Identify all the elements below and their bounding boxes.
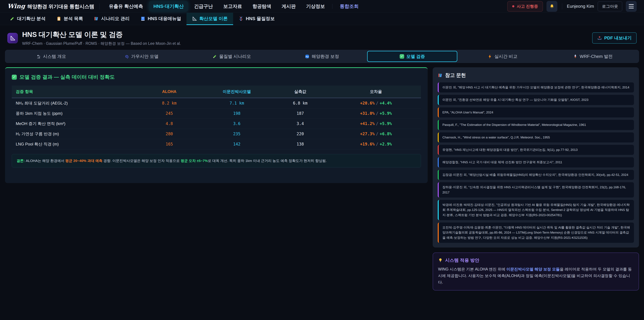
rocket-icon [573,54,578,59]
menu-button[interactable] [626,1,636,12]
notifications-button[interactable] [546,1,557,12]
error-value: +19.6%/+2.9% [331,139,421,149]
subnav-label: 시나리오 관리 [101,16,130,22]
reference-item[interactable]: 해양경찰청, "HNS 사고 국가 대비 대응 체제 선진화 방안 연구용역 최… [438,157,634,167]
model-value: 7.1 km [204,98,270,108]
tab-gaussian-model[interactable]: 가우시안 모델 [96,51,186,62]
subnav-item-dispersion-analysis[interactable]: 대기확산 분석 [4,13,51,25]
nav-item-oil-spill[interactable]: 유출유 확산예측 [104,1,148,12]
app-title: 해양환경 위기대응 통합시스템 [27,3,94,10]
system-application-title-row: 시스템 적용 방안 [438,257,634,263]
error-value: +27.3%/+6.8% [331,129,421,139]
subnav-label: HNS 대응매뉴얼 [148,16,181,22]
error-value: +31.0%/+5.9% [331,108,421,119]
reference-item[interactable]: 이문진 외, "해양 HNS 사고 시 대기확산 예측을 위한 가우시안 모델의… [438,82,634,93]
clipboard-icon [56,16,62,21]
references-title-row: 참고 문헌 [438,72,634,79]
page-subtitle: WRF-Chem · Gaussian Plume/Puff · ROMS · … [22,41,181,46]
tab-label: 물질별 시나리오 [219,54,251,59]
incident-status-badge: 사고 진행중 [507,1,543,12]
subnav-label: 확산모델 이론 [199,16,228,22]
check-icon: ✓ [400,54,404,59]
error-value: +20.6%/+4.4% [331,98,421,108]
col-header-model: 이문진박사모델 [204,86,270,98]
pen-icon [212,54,217,59]
reference-item[interactable]: 박경애·이진호·박재진·김태성·이문진, "인공위성 원격탐사 기반 AI 활용… [438,200,634,220]
model-validation-panel: ✓ 모델 검증 결과 — 실측 데이터 대비 정확도 검증 항목 ALOHA 이… [5,67,428,183]
references-list: 이문진 외, "해양 HNS 사고 시 대기확산 예측을 위한 가우시안 모델의… [438,82,634,243]
row-item-label: NH₃ 최대 도달거리 (AEGL-2) [12,98,134,108]
subnav-item-hns-substance-info[interactable]: HNS 물질정보 [233,13,280,25]
nav-item-weather[interactable]: 기상정보 [302,1,329,12]
nav-item-reports[interactable]: 보고자료 [219,1,246,12]
nav-item-hns-dispersion[interactable]: HNS·대기확산 [149,1,188,12]
subnav-item-model-theory[interactable]: 확산모델 이론 [186,13,233,25]
right-sidebar: 참고 문헌 이문진 외, "해양 HNS 사고 시 대기확산 예측을 위한 가우… [433,67,639,290]
subnav-item-analysis-list[interactable]: 분석 목록 [51,13,88,25]
references-panel: 참고 문헌 이문진 외, "해양 HNS 사고 시 대기확산 예측을 위한 가우… [433,67,639,247]
reference-item[interactable]: Charnock, H., "Wind stress on a water su… [438,132,634,142]
tab-wrf-chem-evolution[interactable]: WRF-Chem 발전 [548,51,638,62]
tab-model-validation[interactable]: ✓ 모델 검증 [367,51,457,62]
check-icon: ✓ [12,75,17,80]
system-application-body: WING 시스템은 기본 ALOHA 엔진 위에 이문진박사모델 해양 보정 모… [438,266,634,286]
tab-realtime-comparison[interactable]: 실시간 비교 [457,51,548,62]
subnav-item-hns-manual[interactable]: HNS 대응매뉴얼 [135,13,187,25]
col-header-error: 오차율 [331,86,421,98]
conclusion-label: 결론: [16,159,25,163]
books-icon [438,73,443,78]
reference-item[interactable]: 이문진 외, "친환경 선박연료 해양 유출 시 대기확산 특성 연구 — 암모… [438,95,634,105]
table-header-row: 검증 항목 ALOHA 이문진박사모델 실측값 오차율 [12,86,421,98]
nav-item-aerial-search[interactable]: 항공탐색 [248,1,276,12]
tab-label: 가우시안 모델 [131,54,158,59]
reference-item[interactable]: 장하용·이문진 외, "신속한 의사결정을 위한 HNS 사고이력관리시스템 설… [438,182,634,197]
col-header-measured: 실측값 [270,86,331,98]
logout-button[interactable]: 로그아웃 [598,2,622,11]
book-icon [140,16,146,21]
conclusion-note: 결론: ALOHA는 해양 환경에서 평균 20~40% 과대 예측 경향. 이… [12,154,421,167]
aloha-value: 8.2 km [134,98,204,108]
measured-value: 3.4 [270,119,331,129]
reference-item[interactable]: 오진덕·김주영·이득재·김용명·최훈·이문진, "다항목 HNS 데이터의 실시… [438,222,634,243]
divider [332,4,332,9]
pdf-export-button[interactable]: PDF 내보내기 [592,32,636,44]
app-logo[interactable]: Wing 해양환경 위기대응 통합시스템 [8,3,94,10]
reference-item[interactable]: EPA, "ALOHA User's Manual", 2024 [438,107,634,117]
aloha-value: 165 [134,139,204,149]
pen-icon [10,16,15,21]
subnav-label: 분석 목록 [64,16,83,22]
reference-item[interactable]: 김창겸·이문진 외, "해양산업시설 배출 위험유해물질(HNS)의 해양확산 … [438,170,634,180]
table-row: 풍하 1km 지점 농도 (ppm) 245 198 187 +31.0%/+5… [12,108,421,119]
tab-label: 실시간 비교 [494,54,518,59]
aloha-value: 4.8 [134,119,204,129]
bell-icon [550,4,554,9]
validation-table: 검증 항목 ALOHA 이문진박사모델 실측값 오차율 NH₃ 최대 도달거리 … [12,86,421,149]
table-row: H₂ 가연성 구름 반경 (m) 280 235 220 +27.3%/+6.8… [12,129,421,139]
tab-label: 해양환경 보정 [312,54,339,59]
tab-marine-correction[interactable]: 해양환경 보정 [277,51,367,62]
main-menu: 유출유 확산예측 HNS·대기확산 긴급구난 보고자료 항공탐색 게시판 기상정… [104,1,363,12]
measured-value: 187 [270,108,331,119]
nav-item-integrated-search[interactable]: 통합조회 [336,1,363,12]
nav-item-board[interactable]: 게시판 [277,1,300,12]
set-square-icon [10,35,16,41]
system-application-title: 시스템 적용 방안 [445,257,479,263]
reference-item[interactable]: Pasquill, F., "The Estimation of the Dis… [438,120,634,130]
tab-system-overview[interactable]: 시스템 개요 [6,51,96,62]
aloha-value: 280 [134,129,204,139]
page-header: HNS 대기확산 모델 이론 및 검증 WRF-Chem · Gaussian … [0,25,644,50]
tab-substance-scenarios[interactable]: 물질별 시나리오 [187,51,277,62]
sub-navigation-bar: 대기확산 분석 분석 목록 시나리오 관리 HNS 대응매뉴얼 확산모델 이론 … [0,13,644,25]
tab-label: WRF-Chem 발전 [580,54,613,59]
section-tabs: 시스템 개요 가우시안 모델 물질별 시나리오 해양환경 보정 ✓ 모델 검증 … [5,50,639,63]
system-application-panel: 시스템 적용 방안 WING 시스템은 기본 ALOHA 엔진 위에 이문진박사… [433,252,639,290]
subnav-item-scenario-management[interactable]: 시나리오 관리 [88,13,135,25]
table-row: MeOH 증기 확산 면적 (km²) 4.8 3.6 3.4 +41.2%/+… [12,119,421,129]
model-value: 235 [204,129,270,139]
references-title: 참고 문헌 [445,72,466,79]
reference-item[interactable]: 유영현, "HNS 재난사고에 대한 해양경찰의 대응 방안", 한국위기관리논… [438,145,634,155]
export-icon [597,36,602,41]
nav-item-emergency[interactable]: 긴급구난 [190,1,217,12]
set-square-icon [192,16,197,21]
page-title-block: HNS 대기확산 모델 이론 및 검증 WRF-Chem · Gaussian … [22,30,181,46]
